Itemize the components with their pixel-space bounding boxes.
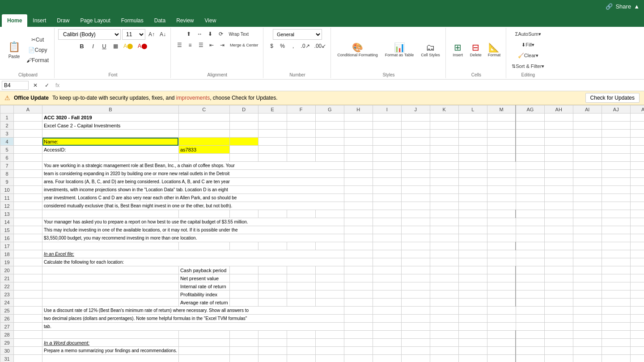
cell-AI4[interactable]: [573, 138, 602, 146]
row-header-1[interactable]: 1: [0, 114, 14, 122]
cell-M31[interactable]: [487, 355, 516, 362]
cell-C6[interactable]: [178, 154, 229, 162]
row-header-21[interactable]: 21: [0, 274, 14, 282]
cell-C15[interactable]: [344, 226, 373, 234]
cell-AK6[interactable]: [630, 154, 644, 162]
row-header-9[interactable]: 9: [0, 178, 14, 186]
align-center-button[interactable]: ≡: [185, 40, 195, 50]
cell-AK2[interactable]: [630, 122, 644, 130]
sort-filter-button[interactable]: ⇅ Sort & Filter ▾: [510, 61, 546, 71]
cell-B4[interactable]: Name:: [42, 138, 179, 146]
cell-AH2[interactable]: [544, 122, 573, 130]
cell-D12[interactable]: [373, 202, 401, 210]
cell-L19[interactable]: [602, 258, 630, 266]
cell-I13[interactable]: [373, 210, 401, 218]
cell-L16[interactable]: [602, 234, 630, 242]
cell-I20[interactable]: [373, 266, 401, 274]
cell-D16[interactable]: [373, 234, 401, 242]
cell-L6[interactable]: [458, 154, 487, 162]
cell-L9[interactable]: [602, 178, 630, 186]
cell-AK30[interactable]: [630, 347, 644, 355]
cell-A13[interactable]: [14, 210, 42, 218]
cell-E5[interactable]: [258, 146, 287, 154]
cell-I31[interactable]: [373, 355, 401, 362]
increase-indent-button[interactable]: ⇥: [217, 40, 227, 50]
cell-AG24[interactable]: [516, 299, 544, 307]
decrease-font-button[interactable]: A↓: [158, 29, 168, 39]
insert-cells-button[interactable]: ⊞ Insert: [449, 38, 466, 62]
cell-J6[interactable]: [401, 154, 430, 162]
row-header-12[interactable]: 12: [0, 202, 14, 210]
cell-F7[interactable]: [430, 162, 458, 170]
cell-C26[interactable]: [344, 315, 373, 323]
cell-M4[interactable]: [487, 138, 516, 146]
cell-H20[interactable]: [344, 266, 373, 274]
cell-C9[interactable]: [344, 178, 373, 186]
cell-A12[interactable]: [14, 202, 42, 210]
cell-L11[interactable]: [602, 194, 630, 202]
cell-AK29[interactable]: [630, 339, 644, 347]
cell-G29[interactable]: [315, 339, 344, 347]
cell-C19[interactable]: [344, 258, 373, 266]
cell-C29[interactable]: [178, 339, 229, 347]
cell-J13[interactable]: [401, 210, 430, 218]
cell-I11[interactable]: [516, 194, 544, 202]
conditional-formatting-button[interactable]: 🎨 Conditional Formatting: [335, 38, 381, 62]
cell-G12[interactable]: [458, 202, 487, 210]
cell-D14[interactable]: [373, 218, 401, 226]
row-header-19[interactable]: 19: [0, 258, 14, 266]
cell-AI30[interactable]: [573, 347, 602, 355]
cell-D17[interactable]: [229, 242, 258, 250]
cell-B9[interactable]: area. Four locations (A, B, C, and D) ar…: [42, 178, 344, 186]
cell-I16[interactable]: [516, 234, 544, 242]
cell-C12[interactable]: [344, 202, 373, 210]
cell-D28[interactable]: [229, 331, 258, 339]
cell-E24[interactable]: [258, 299, 287, 307]
formula-confirm-button[interactable]: ✓: [42, 80, 52, 90]
format-as-table-button[interactable]: 📊 Format as Table: [382, 38, 416, 62]
cell-D11[interactable]: [373, 194, 401, 202]
format-cells-button[interactable]: 📐 Format: [485, 38, 504, 62]
cell-J24[interactable]: [401, 299, 430, 307]
tab-view[interactable]: View: [199, 14, 222, 27]
underline-button[interactable]: U: [99, 41, 109, 51]
cell-F8[interactable]: [430, 170, 458, 178]
cell-AH28[interactable]: [544, 331, 573, 339]
cell-C8[interactable]: [344, 170, 373, 178]
cell-F12[interactable]: [430, 202, 458, 210]
cell-K19[interactable]: [573, 258, 602, 266]
cell-AJ29[interactable]: [602, 339, 630, 347]
cell-I27[interactable]: [516, 323, 544, 331]
cell-E12[interactable]: [401, 202, 430, 210]
cell-AK22[interactable]: [630, 282, 644, 290]
cell-E13[interactable]: [258, 210, 287, 218]
cell-A14[interactable]: [14, 218, 42, 226]
cell-D23[interactable]: [229, 290, 258, 299]
cell-H13[interactable]: [344, 210, 373, 218]
cell-L3[interactable]: [458, 130, 487, 138]
cell-H4[interactable]: [344, 138, 373, 146]
row-header-23[interactable]: 23: [0, 290, 14, 299]
cell-F21[interactable]: [287, 274, 315, 282]
cell-G14[interactable]: [458, 218, 487, 226]
col-header-b[interactable]: B: [42, 105, 179, 114]
cell-H19[interactable]: [487, 258, 516, 266]
cell-D18[interactable]: [373, 250, 401, 258]
cell-M10[interactable]: [630, 186, 644, 194]
cell-L28[interactable]: [458, 331, 487, 339]
cell-J14[interactable]: [544, 218, 573, 226]
cell-I5[interactable]: [373, 146, 401, 154]
cell-M24[interactable]: [487, 299, 516, 307]
cell-AI17[interactable]: [573, 242, 602, 250]
cell-F15[interactable]: [430, 226, 458, 234]
cell-F24[interactable]: [287, 299, 315, 307]
number-format-select[interactable]: General: [273, 29, 322, 40]
cell-F1[interactable]: [287, 114, 315, 122]
cell-AI24[interactable]: [573, 299, 602, 307]
cell-H18[interactable]: [487, 250, 516, 258]
cell-M5[interactable]: [487, 146, 516, 154]
cell-J16[interactable]: [544, 234, 573, 242]
cell-M1[interactable]: [487, 114, 516, 122]
cell-B15[interactable]: This may include investing in one of the…: [42, 226, 344, 234]
cell-J1[interactable]: [401, 114, 430, 122]
